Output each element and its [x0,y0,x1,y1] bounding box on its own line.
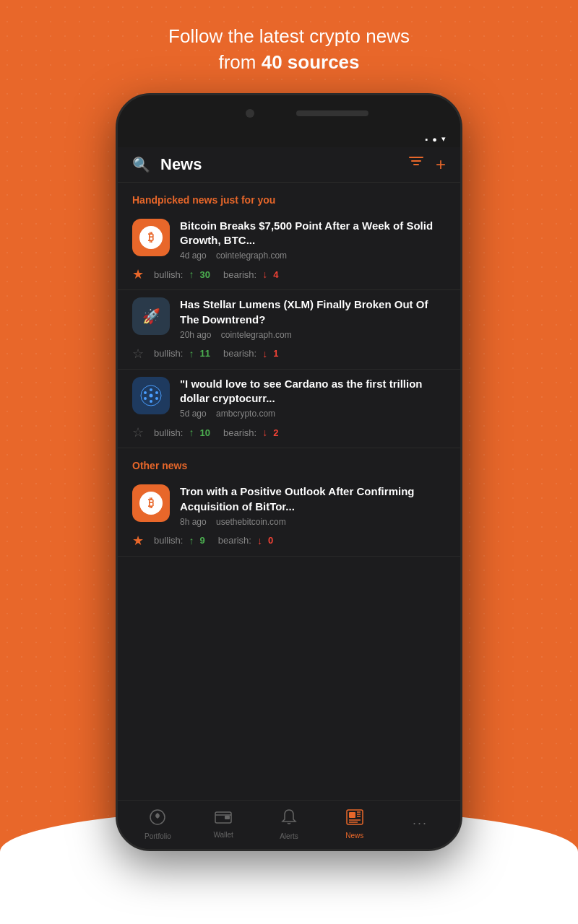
header-text: Follow the latest crypto news from 40 so… [168,23,410,76]
bullish-label-2: bullish: [154,348,183,359]
stellar-symbol: 🚀 [139,305,163,328]
news-meta-2: 20h ago cointelegraph.com [180,330,446,340]
news-item-1-top: ₿ Bitcoin Breaks $7,500 Point After a We… [132,219,446,261]
news-text-1: Bitcoin Breaks $7,500 Point After a Week… [180,219,446,261]
svg-rect-13 [225,816,230,819]
news-text-4: Tron with a Positive Outlook After Confi… [180,484,446,527]
nav-alerts-label: Alerts [280,832,298,840]
nav-portfolio[interactable]: Portfolio [125,808,191,840]
nav-alerts[interactable]: Alerts [256,808,322,840]
phone-camera [246,109,254,118]
signal-icon: ▪ [425,135,428,144]
news-actions-1: ★ bullish: ↑ 30 bearish: ↓ 4 [132,261,446,289]
star-button-3[interactable]: ☆ [132,424,144,440]
star-button-1[interactable]: ★ [132,266,144,282]
news-item-3[interactable]: "I would love to see Cardano as the firs… [118,370,460,449]
news-time-1: 4d ago [180,250,207,261]
bearish-label-2: bearish: [223,348,256,359]
news-icon-stellar: 🚀 [132,297,170,335]
news-text-2: Has Stellar Lumens (XLM) Finally Broken … [180,297,446,340]
news-time-2: 20h ago [180,330,211,340]
screen: 🔍 News + Handpicked news just for you [118,147,460,849]
svg-point-5 [150,400,152,403]
news-title-4: Tron with a Positive Outlook After Confi… [180,484,446,514]
cardano-symbol [139,384,163,407]
svg-point-9 [155,397,158,400]
bullish-arrow-4: ↑ [189,535,194,546]
svg-point-8 [144,397,147,400]
filter-icon[interactable] [408,154,424,175]
bullish-label-4: bullish: [154,535,183,546]
star-button-4[interactable]: ★ [132,533,144,549]
news-item-1[interactable]: ₿ Bitcoin Breaks $7,500 Point After a We… [118,212,460,291]
bearish-label-1: bearish: [223,269,256,280]
nav-news[interactable]: News [322,809,387,840]
header-line1: Follow the latest crypto news [168,25,410,47]
news-meta-4: 8h ago usethebitcoin.com [180,517,446,527]
wallet-icon [215,810,232,829]
phone-top [118,95,460,131]
nav-more[interactable]: ··· [387,816,453,833]
add-icon[interactable]: + [436,154,446,175]
news-title-2: Has Stellar Lumens (XLM) Finally Broken … [180,297,446,327]
nav-portfolio-label: Portfolio [144,832,171,840]
header-actions: + [408,154,446,175]
phone-frame: ▪ ● ▾ 🔍 News + Handpicked new [116,93,462,851]
wifi-icon: ● [432,135,437,144]
btc-symbol-4: ₿ [139,492,163,515]
star-button-2[interactable]: ☆ [132,346,144,362]
news-item-4[interactable]: ₿ Tron with a Positive Outlook After Con… [118,477,460,557]
news-source-4: usethebitcoin.com [216,517,286,527]
news-title-3: "I would love to see Cardano as the firs… [180,377,446,406]
app-title: News [160,155,408,174]
news-item-4-top: ₿ Tron with a Positive Outlook After Con… [132,484,446,527]
bullish-count-2: 11 [199,348,210,359]
bearish-label-3: bearish: [223,427,256,438]
bearish-count-3: 2 [273,427,278,438]
news-source-1: cointelegraph.com [216,250,287,261]
battery-icon: ▾ [441,134,446,144]
svg-point-7 [155,391,158,394]
news-icon-bitcoin-4: ₿ [132,484,170,522]
bearish-count-1: 4 [273,269,278,280]
btc-symbol: ₿ [139,226,163,249]
bullish-arrow-2: ↑ [189,348,194,359]
news-icon-bitcoin-1: ₿ [132,219,170,256]
news-actions-2: ☆ bullish: ↑ 11 bearish: ↓ 1 [132,340,446,369]
news-source-2: cointelegraph.com [221,330,292,340]
app-header: 🔍 News + [118,147,460,183]
bottom-nav: Portfolio Wallet [118,800,460,849]
bullish-count-1: 30 [199,269,210,280]
nav-wallet-label: Wallet [213,831,233,839]
search-icon[interactable]: 🔍 [132,156,150,173]
news-item-2[interactable]: 🚀 Has Stellar Lumens (XLM) Finally Broke… [118,290,460,370]
portfolio-icon [149,808,166,830]
nav-news-label: News [345,832,363,840]
bullish-arrow-3: ↑ [189,427,194,438]
news-item-2-top: 🚀 Has Stellar Lumens (XLM) Finally Broke… [132,297,446,340]
bell-icon [281,808,297,830]
news-icon [346,809,363,829]
bullish-label-1: bullish: [154,269,183,280]
bearish-label-4: bearish: [218,535,251,546]
bearish-arrow-3: ↓ [262,427,267,438]
news-title-1: Bitcoin Breaks $7,500 Point After a Week… [180,219,446,248]
nav-wallet[interactable]: Wallet [191,810,256,839]
news-actions-3: ☆ bullish: ↑ 10 bearish: ↓ 2 [132,419,446,448]
news-text-3: "I would love to see Cardano as the firs… [180,377,446,419]
section-handpicked-label: Handpicked news just for you [118,183,460,212]
header-line2: from [218,51,261,73]
svg-point-6 [144,391,147,394]
svg-rect-16 [349,812,355,818]
bearish-arrow-2: ↓ [262,348,267,359]
bearish-arrow-1: ↓ [262,269,267,280]
bearish-count-4: 0 [268,535,273,546]
status-bar: ▪ ● ▾ [118,131,460,147]
bearish-arrow-4: ↓ [257,535,262,546]
news-meta-3: 5d ago ambcrypto.com [180,409,446,419]
news-actions-4: ★ bullish: ↑ 9 bearish: ↓ 0 [132,527,446,556]
news-icon-cardano [132,377,170,414]
content-area: Handpicked news just for you ₿ Bitcoin B… [118,183,460,800]
news-source-3: ambcrypto.com [216,409,275,419]
bullish-arrow-1: ↑ [189,269,194,280]
